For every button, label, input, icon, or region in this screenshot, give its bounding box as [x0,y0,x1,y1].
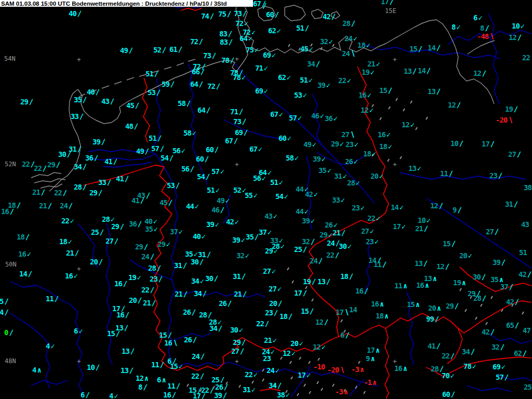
rising-then-falling-tendency-icon: ∧ [403,282,407,290]
pressure-tendency-value: 65 [506,321,514,329]
pressure-tendency-value: 18 [376,312,383,320]
falling-then-rising-tendency-icon: ✓ [341,196,345,204]
station-report: 18✓ [59,238,72,245]
falling-then-rising-tendency-icon: ✓ [410,121,415,129]
rising-tendency-icon: ∕ [129,366,134,375]
station-report: 28∕ [473,295,486,302]
falling-then-rising-tendency-icon: ✓ [312,140,316,149]
pressure-tendency-value: 15 [107,329,115,338]
falling-then-rising-tendency-icon: ✓ [251,385,256,394]
pressure-tendency-value: 27 [361,227,369,235]
falling-then-rising-tendency-icon: ✓ [295,154,299,162]
station-report: 6✓ [473,15,483,21]
terrain-mark [299,357,301,360]
terrain-mark [460,288,461,291]
station-report: 12✓ [313,344,326,351]
pressure-tendency-value: 42 [226,218,234,226]
falling-then-rising-tendency-icon: ✓ [388,142,392,151]
falling-then-rising-tendency-icon: ✓ [299,339,303,348]
station-report: 13∕ [428,88,441,95]
rising-tendency-icon: ∕ [201,68,205,76]
rising-tendency-icon: ∕ [382,260,387,269]
station-report: 33∕ [98,179,111,186]
station-report: 45∕ [126,102,139,109]
falling-then-rising-tendency-icon: ✓ [376,214,380,222]
rising-tendency-icon: ∕ [427,66,431,75]
rising-tendency-icon: ∕ [224,383,228,391]
pressure-tendency-value: 24 [60,202,68,210]
station-report: 31✓ [243,387,256,393]
station-report: 41∕ [116,176,129,182]
rising-then-falling-tendency-icon: ∧ [384,312,389,320]
rising-tendency-icon: ∕ [96,88,100,96]
station-report: 19✓ [128,274,141,281]
rising-tendency-icon: ∕ [275,10,279,19]
station-report: 8∕ [138,384,148,391]
station-report: 28✓ [347,180,360,187]
station-report: 29∕ [89,190,102,196]
rising-tendency-icon: ∕ [107,178,111,187]
pressure-tendency-value: 70 [442,371,449,380]
falling-then-rising-tendency-icon: ✓ [370,68,375,76]
falling-then-rising-tendency-icon: ✓ [387,130,391,139]
pressure-tendency-value: 22 [256,320,264,328]
station-report: 78∕ [221,57,234,64]
pressure-tendency-value: 25 [91,228,99,236]
station-report: 69✓ [255,88,268,95]
pressure-tendency-value: 37 [259,228,267,236]
station-report: 60✓ [278,135,291,142]
falling-then-rising-tendency-icon: ✓ [195,202,199,210]
pressure-tendency-value: 45 [300,45,308,53]
pressure-tendency-value: 12 [315,318,323,326]
pressure-tendency-value: 66 [192,68,200,76]
station-report: 64∕ [197,107,210,114]
station-report: 15∕ [443,241,456,247]
station-report: 45∕ [159,200,172,206]
pressure-tendency-value: 67 [249,145,257,153]
rising-tendency-icon: ∕ [48,202,52,210]
pressure-tendency-value: 16 [358,91,366,99]
pressure-tendency-value: 57 [151,144,159,153]
station-report: 73∕ [233,118,246,125]
pressure-tendency-value: 4 [32,366,36,374]
pressure-tendency-value: 78 [463,362,471,370]
station-report: 12✓ [402,122,415,128]
pressure-tendency-value: 30 [230,326,238,334]
station-report: 31∕ [505,201,518,208]
station-report: ∕ [261,3,267,9]
title-bar: SAM 01.03.08 15:00 UTC Bodenwettermeldun… [0,0,253,7]
pressure-tendency-value: 20 [290,339,298,348]
falling-then-rising-tendency-icon: ✓ [215,220,219,229]
rising-tendency-icon: ∕ [240,347,244,355]
station-report: 16∧ [371,301,384,308]
pressure-tendency-value: 23 [352,204,360,212]
rising-then-falling-tendency-icon: ∧ [344,388,348,396]
pressure-tendency-value: 41 [131,196,139,205]
station-report: 42✓ [226,219,239,225]
pressure-tendency-value: 19 [362,68,369,76]
pressure-tendency-value: 18 [363,150,371,158]
station-report: 22∕ [326,252,339,259]
rising-tendency-icon: ∕ [25,233,30,241]
pressure-tendency-value: 30 [58,150,66,158]
station-report: 27∕ [231,348,244,355]
station-report: 10∕ [450,140,463,147]
pressure-tendency-value: 39 [232,236,240,244]
pressure-tendency-value: 26 [345,157,353,166]
pressure-tendency-value: 30 [191,258,198,266]
pressure-tendency-value: 21 [143,299,151,307]
station-report: 33✓ [332,197,345,204]
station-report: 58✓ [183,130,196,137]
pressure-tendency-value: 39 [317,81,325,89]
falling-then-rising-tendency-icon: ✓ [347,76,351,85]
pressure-tendency-value: 60 [442,390,450,398]
station-report: 13✓ [408,165,421,172]
falling-then-rising-tendency-icon: ✓ [291,349,296,357]
station-report: 22∕ [442,353,455,360]
falling-then-rising-tendency-icon: ✓ [153,217,157,225]
station-report: 78✓ [463,363,476,370]
pressure-tendency-value: 51 [296,24,304,32]
station-report: 73∕ [203,52,216,59]
pressure-tendency-value: 12 [283,349,290,357]
pressure-tendency-value: 6 [473,14,477,22]
